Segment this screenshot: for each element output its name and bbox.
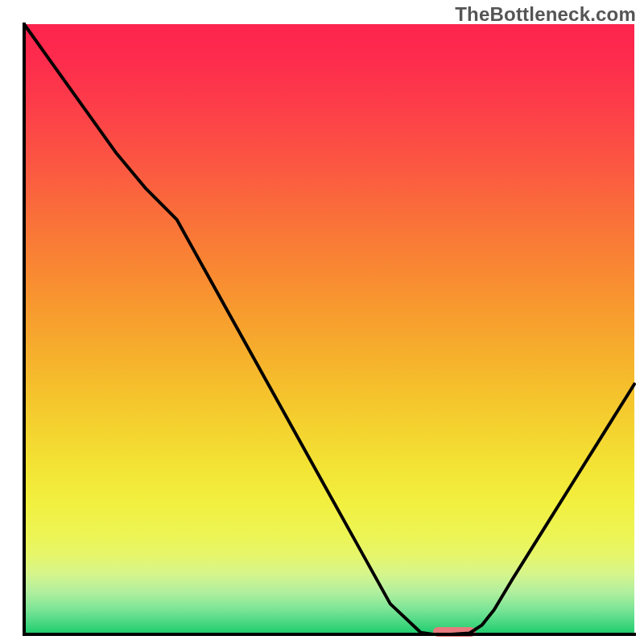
bottleneck-chart [0,0,644,644]
chart-background [24,24,634,634]
watermark: TheBottleneck.com [455,3,636,26]
